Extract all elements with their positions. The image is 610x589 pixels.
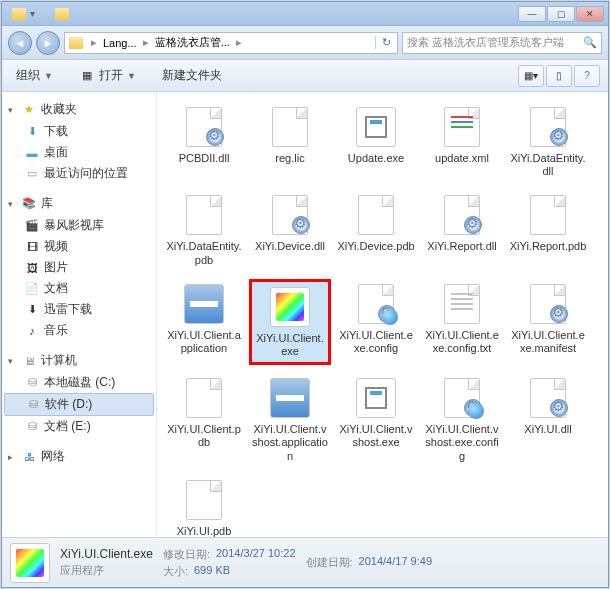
file-icon (266, 106, 314, 148)
sidebar-favorites[interactable]: ▾★收藏夹 (4, 98, 154, 121)
toolbar: 组织▼ ▦打开▼ 新建文件夹 ▦▾ ▯ ? (2, 60, 608, 92)
sidebar-item[interactable]: 🖼图片 (4, 257, 154, 278)
sidebar-item-recent[interactable]: ▭最近访问的位置 (4, 163, 154, 184)
file-icon (180, 283, 228, 325)
details-modified: 2014/3/27 10:22 (216, 547, 296, 562)
sidebar-libraries[interactable]: ▾📚库 (4, 192, 154, 215)
file-grid: PCBDII.dllreg.licUpdate.exeupdate.xmlXiY… (157, 92, 608, 537)
details-label: 修改日期: (163, 547, 210, 562)
breadcrumb-part[interactable]: 蓝格洗衣店管... (153, 35, 232, 50)
file-item[interactable]: XiYi.Report.pdb (507, 190, 589, 270)
file-icon (266, 286, 314, 328)
details-filename: XiYi.UI.Client.exe (60, 547, 153, 561)
file-item[interactable]: XiYi.DataEntity.dll (507, 102, 589, 182)
sidebar-computer[interactable]: ▾🖥计算机 (4, 349, 154, 372)
file-name: XiYi.DataEntity.pdb (165, 240, 243, 266)
title-tabbar: ▾ — ▢ ✕ (2, 2, 608, 26)
file-item[interactable]: XiYi.UI.Client.vshost.exe (335, 373, 417, 467)
file-item[interactable]: Update.exe (335, 102, 417, 182)
collapse-icon: ▾ (8, 199, 17, 209)
sidebar-item-drive-c[interactable]: ⛁本地磁盘 (C:) (4, 372, 154, 393)
file-item[interactable]: XiYi.UI.Client.vshost.application (249, 373, 331, 467)
sidebar-item-downloads[interactable]: ⬇下载 (4, 121, 154, 142)
sidebar: ▾★收藏夹 ⬇下载 ▬桌面 ▭最近访问的位置 ▾📚库 🎬暴风影视库 🎞视频 🖼图… (2, 92, 157, 537)
file-name: XiYi.UI.pdb (177, 525, 232, 537)
file-item[interactable]: XiYi.UI.pdb (163, 475, 245, 537)
preview-pane-button[interactable]: ▯ (546, 65, 572, 87)
tab-1[interactable]: ▾ (6, 6, 41, 22)
file-icon (352, 377, 400, 419)
file-item[interactable]: XiYi.Device.pdb (335, 190, 417, 270)
sidebar-item[interactable]: 🎬暴风影视库 (4, 215, 154, 236)
view-button[interactable]: ▦▾ (518, 65, 544, 87)
file-item[interactable]: update.xml (421, 102, 503, 182)
search-placeholder: 搜索 蓝格洗衣店管理系统客户端 (407, 35, 564, 50)
sidebar-item[interactable]: ⬇迅雷下载 (4, 299, 154, 320)
file-name: reg.lic (275, 152, 304, 165)
file-icon (352, 106, 400, 148)
file-name: XiYi.UI.Client.application (165, 329, 243, 355)
download-icon: ⬇ (24, 303, 40, 317)
chevron-right-icon: ▸ (87, 36, 101, 49)
music-icon: ♪ (24, 324, 40, 338)
file-icon (180, 106, 228, 148)
download-icon: ⬇ (24, 125, 40, 139)
forward-button[interactable]: ► (36, 31, 60, 55)
sidebar-item[interactable]: ♪音乐 (4, 320, 154, 341)
file-item[interactable]: XiYi.UI.Client.exe (249, 279, 331, 365)
breadcrumb-part[interactable]: Lang... (101, 37, 139, 49)
back-button[interactable]: ◄ (8, 31, 32, 55)
details-created: 2014/4/17 9:49 (359, 555, 432, 570)
explorer-window: ▾ — ▢ ✕ ◄ ► ▸ Lang... ▸ 蓝格洗衣店管... ▸ ↻ 搜索… (1, 1, 609, 588)
chevron-down-icon: ▼ (127, 71, 136, 81)
file-name: XiYi.UI.Client.vshost.exe.config (423, 423, 501, 463)
file-name: XiYi.UI.Client.vshost.application (251, 423, 329, 463)
help-button[interactable]: ? (574, 65, 600, 87)
maximize-button[interactable]: ▢ (547, 6, 575, 22)
sidebar-item-desktop[interactable]: ▬桌面 (4, 142, 154, 163)
open-button[interactable]: ▦打开▼ (73, 64, 142, 87)
sidebar-item-drive-d[interactable]: ⛁软件 (D:) (4, 393, 154, 416)
file-item[interactable]: XiYi.UI.Client.exe.config.txt (421, 279, 503, 365)
file-item[interactable]: XiYi.DataEntity.pdb (163, 190, 245, 270)
file-icon (438, 377, 486, 419)
search-input[interactable]: 搜索 蓝格洗衣店管理系统客户端 🔍 (402, 32, 602, 54)
organize-button[interactable]: 组织▼ (10, 64, 59, 87)
file-name: XiYi.Report.dll (427, 240, 496, 253)
minimize-button[interactable]: — (518, 6, 546, 22)
breadcrumb[interactable]: ▸ Lang... ▸ 蓝格洗衣店管... ▸ ↻ (64, 32, 398, 54)
file-item[interactable]: XiYi.UI.dll (507, 373, 589, 467)
file-item[interactable]: XiYi.Report.dll (421, 190, 503, 270)
new-folder-button[interactable]: 新建文件夹 (156, 64, 228, 87)
desktop-icon: ▬ (24, 146, 40, 160)
file-icon (180, 479, 228, 521)
file-item[interactable]: XiYi.Device.dll (249, 190, 331, 270)
file-icon (352, 283, 400, 325)
file-name: XiYi.UI.dll (524, 423, 571, 436)
refresh-icon[interactable]: ↻ (375, 36, 397, 49)
file-icon (524, 106, 572, 148)
file-item[interactable]: XiYi.UI.Client.exe.config (335, 279, 417, 365)
file-item[interactable]: XiYi.UI.Client.vshost.exe.config (421, 373, 503, 467)
video-icon: 🎬 (24, 219, 40, 233)
folder-icon (69, 37, 83, 49)
tab-2[interactable] (49, 6, 75, 22)
sidebar-item-drive-e[interactable]: ⛁文档 (E:) (4, 416, 154, 437)
file-name: XiYi.Device.dll (255, 240, 325, 253)
file-item[interactable]: reg.lic (249, 102, 331, 182)
sidebar-item[interactable]: 📄文档 (4, 278, 154, 299)
recent-icon: ▭ (24, 167, 40, 181)
file-item[interactable]: XiYi.UI.Client.pdb (163, 373, 245, 467)
details-icon (10, 543, 50, 583)
file-item[interactable]: XiYi.UI.Client.exe.manifest (507, 279, 589, 365)
close-button[interactable]: ✕ (576, 6, 604, 22)
chevron-down-icon: ▼ (44, 71, 53, 81)
drive-icon: ⛁ (24, 376, 40, 390)
file-item[interactable]: PCBDII.dll (163, 102, 245, 182)
sidebar-network[interactable]: ▸🖧网络 (4, 445, 154, 468)
sidebar-item[interactable]: 🎞视频 (4, 236, 154, 257)
file-item[interactable]: XiYi.UI.Client.application (163, 279, 245, 365)
details-pane: XiYi.UI.Client.exe 应用程序 修改日期:2014/3/27 1… (2, 537, 608, 587)
folder-icon (12, 8, 26, 20)
file-icon (524, 194, 572, 236)
